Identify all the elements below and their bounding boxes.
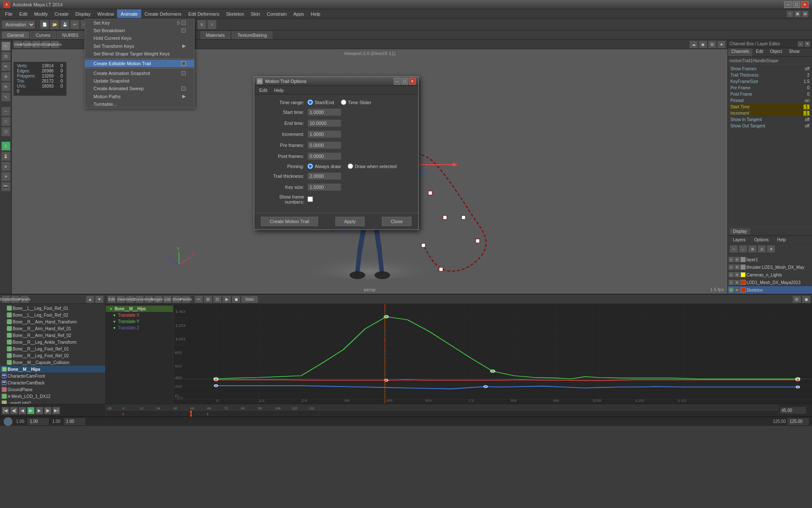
menu-create[interactable]: Create xyxy=(51,9,72,18)
layer-vis-4[interactable]: V xyxy=(729,280,734,285)
curve-btn[interactable]: ~ xyxy=(1,107,11,116)
mode-select[interactable]: Animation xyxy=(2,20,35,29)
light-btn[interactable]: ☀ xyxy=(1,172,11,181)
menu-apps[interactable]: Apps xyxy=(290,9,307,18)
outliner-item-1[interactable]: ⬡ Bone__L__Leg_Foot_Ref_01 xyxy=(0,305,105,312)
create-animated-sweep-box[interactable] xyxy=(181,86,186,91)
surf-btn[interactable]: □ xyxy=(1,117,11,126)
outliner-item-6[interactable]: ⬡ Bone__R__Leg_Ankle_Transform xyxy=(0,339,105,345)
create-anim-snapshot-box[interactable] xyxy=(181,71,186,75)
outliner-display-btn[interactable]: Display xyxy=(2,295,10,303)
dropdown-update-snapshot[interactable]: Update Snapshot xyxy=(85,77,194,85)
open-btn[interactable]: 📂 xyxy=(50,20,59,29)
ge-icon1[interactable]: ↩ xyxy=(195,295,203,303)
layer-vis-5[interactable]: V xyxy=(729,287,734,293)
menu-create-deformers[interactable]: Create Deformers xyxy=(141,9,185,18)
outliner-item-10[interactable]: ⬡ Bone__M__Hips xyxy=(0,366,105,373)
mt-pre-frames-input[interactable]: 0.0000 xyxy=(307,141,341,149)
ge-right-btn2[interactable]: ◼ xyxy=(802,295,810,303)
ge-icon4[interactable]: ▶ xyxy=(222,295,231,303)
time-input[interactable] xyxy=(64,418,85,425)
layer-add[interactable]: + xyxy=(730,245,738,253)
vp-lighting[interactable]: Lighting xyxy=(32,41,41,48)
mt-always-draw[interactable]: Always draw xyxy=(307,163,341,169)
ge-edit[interactable]: Edit xyxy=(107,295,116,303)
layer-del[interactable]: – xyxy=(739,245,747,253)
tab-edit-cb[interactable]: Edit xyxy=(752,48,766,56)
ge-icon3[interactable]: ⊡ xyxy=(213,295,222,303)
lasso-btn[interactable]: ⊡ xyxy=(1,52,11,61)
menu-display[interactable]: Display xyxy=(72,9,94,18)
mt-end-time-input[interactable]: 10.0000 xyxy=(307,119,341,127)
vp-icon3[interactable]: ⊞ xyxy=(708,41,716,48)
prev-key-btn[interactable]: |◀ xyxy=(2,407,9,414)
menu-edit[interactable]: Edit xyxy=(16,9,31,18)
prev-frame-btn[interactable]: ◀| xyxy=(10,407,18,414)
mt-minimize[interactable]: – xyxy=(394,78,401,85)
mt-close-btn[interactable]: Close xyxy=(382,217,411,226)
layout-btn-3[interactable]: ▤ xyxy=(802,11,809,17)
layer-btn5[interactable]: ★ xyxy=(767,245,775,253)
ge-icon5[interactable]: ◼ xyxy=(232,295,240,303)
outliner-item-9[interactable]: ⬡ Bone__M__Capsule_Collision xyxy=(0,359,105,366)
menu-file[interactable]: File xyxy=(2,9,16,18)
menu-skeleton[interactable]: Skeleton xyxy=(222,9,247,18)
layer-vis-2[interactable]: V xyxy=(729,265,734,270)
outliner-scroll-up[interactable]: ▲ xyxy=(86,295,94,303)
dropdown-create-animation-snapshot[interactable]: Create Animation Snapshot xyxy=(85,69,194,77)
new-btn[interactable]: 📄 xyxy=(40,20,49,29)
mt-start-time-input[interactable]: 1.0000 xyxy=(307,108,341,116)
dropdown-motion-paths[interactable]: Motion Paths ▶ xyxy=(85,92,194,100)
layer-btn3[interactable]: ⊞ xyxy=(748,245,757,253)
set-key-box[interactable] xyxy=(181,21,186,25)
tab-materials[interactable]: Materials xyxy=(200,31,230,39)
ge-curves[interactable]: Curves xyxy=(135,295,144,303)
create-editable-box[interactable] xyxy=(181,61,186,66)
tab-channels[interactable]: Channels xyxy=(728,48,752,56)
layer-btn4[interactable]: ◎ xyxy=(757,245,766,253)
dropdown-set-breakdown[interactable]: Set Breakdown xyxy=(85,27,194,34)
prev-btn[interactable]: ◀ xyxy=(19,407,26,414)
ge-tangents[interactable]: Tangents xyxy=(154,295,162,303)
layer-r-2[interactable]: R xyxy=(735,265,740,270)
mt-maximize[interactable]: □ xyxy=(401,78,408,85)
anim-btn[interactable]: ⌛ xyxy=(1,152,11,161)
mt-radio-timeslider[interactable]: Time Slider xyxy=(341,99,371,105)
mt-key-size-input[interactable]: 1.5000 xyxy=(307,183,341,191)
rot-btn[interactable]: ↻ xyxy=(1,82,11,91)
layer-r-5[interactable]: R xyxy=(735,287,740,293)
dropdown-set-key[interactable]: Set Key S xyxy=(85,19,194,27)
tab-general[interactable]: General xyxy=(2,31,29,39)
outliner-item-13[interactable]: □ GroundPlane xyxy=(0,386,105,393)
dropdown-set-transform-keys[interactable]: Set Transform Keys ▶ xyxy=(85,42,194,50)
mt-draw-when-selected-input[interactable] xyxy=(348,163,353,169)
ge-show[interactable]: Show xyxy=(173,295,181,303)
tab-show-cb[interactable]: Show xyxy=(785,48,803,56)
frame-input[interactable] xyxy=(27,418,49,425)
outliner-item-12[interactable]: 📷 CharacterCamBack xyxy=(0,379,105,386)
minimize-button[interactable]: – xyxy=(784,1,792,8)
mt-apply-btn[interactable]: Apply xyxy=(335,217,365,226)
outliner-item-7[interactable]: ⬡ Bone__R__Leg_Foot_Ref_01 xyxy=(0,345,105,352)
vp-icon4[interactable]: ★ xyxy=(717,41,726,48)
dropdown-hold-current-keys[interactable]: Hold Current Keys xyxy=(85,34,194,42)
ge-panels[interactable]: Panels xyxy=(182,295,190,303)
mt-always-draw-input[interactable] xyxy=(307,163,313,169)
ge-canvas[interactable]: 140 120 100 80 60 40 20 0 0 12 24 36 48 … xyxy=(173,304,812,404)
tab-display[interactable]: Display xyxy=(730,228,750,235)
tab-object[interactable]: Object xyxy=(767,48,786,56)
ge-right-btn1[interactable]: ⊞ xyxy=(793,295,801,303)
mt-close[interactable]: ✕ xyxy=(409,78,416,85)
tab-curves[interactable]: Curves xyxy=(30,31,56,39)
mt-menu-edit[interactable]: Edit xyxy=(256,87,271,94)
cb-collapse[interactable]: – xyxy=(798,41,804,47)
menu-window[interactable]: Window xyxy=(94,9,117,18)
next-frame-btn[interactable]: |▶ xyxy=(44,407,52,414)
current-frame-input[interactable] xyxy=(780,407,806,414)
ge-stats[interactable]: Stats xyxy=(241,295,258,303)
xray-btn[interactable]: X xyxy=(197,20,206,29)
tab-help-layers[interactable]: Help xyxy=(774,237,789,243)
dropdown-create-editable-motion-trail[interactable]: Create Editable Motion Trail xyxy=(85,60,194,67)
next-key-btn[interactable]: ▶| xyxy=(52,407,60,414)
ge-icon2[interactable]: ⊞ xyxy=(204,295,212,303)
